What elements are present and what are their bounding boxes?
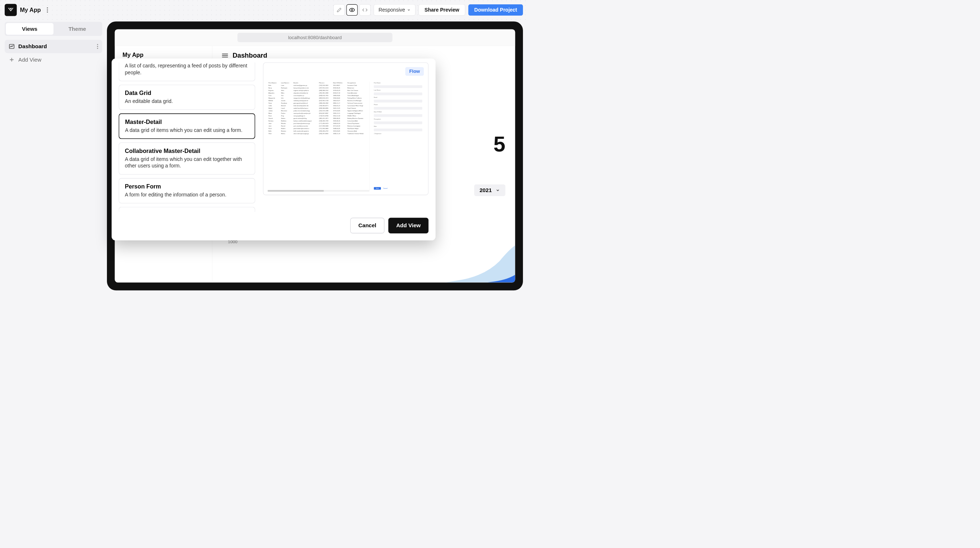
template-option-master-detail[interactable]: Master-Detail A data grid of items which… [119,113,255,139]
add-view-button[interactable]: Add View [5,53,102,66]
chevron-down-icon [496,188,500,193]
template-desc: A form for editing the information of a … [125,191,249,198]
flow-badge: Flow [405,67,424,76]
hamburger-icon[interactable] [222,54,228,57]
tab-theme[interactable]: Theme [54,23,101,35]
sidebar: Views Theme Dashboard Add View [0,20,107,295]
mini-scrollbar [268,190,369,191]
stat-number: 5 [494,132,506,156]
template-desc: A data grid of items which you can edit … [125,127,249,134]
svg-point-3 [351,9,353,11]
app-logo-dropdown[interactable] [5,4,17,16]
responsive-dropdown[interactable]: Responsive [374,4,415,16]
template-preview-panel: Flow First Name ▸Last Name ▸Email ▸Phone… [263,62,429,195]
sidebar-tabs: Views Theme [5,22,102,36]
mini-table: First Name ▸Last Name ▸Email ▸Phone ▸Dat… [268,81,370,190]
add-view-label: Add View [19,57,41,63]
preview-page-title: Dashboard [233,52,267,59]
svg-point-2 [47,11,48,13]
preview-mode-button[interactable] [347,4,358,16]
template-title: Data Grid [125,90,249,96]
modal-cancel-button[interactable]: Cancel [350,218,385,233]
app-name: My App [20,6,41,13]
url-bar: localhost:8080/dashboard [115,29,515,46]
top-toolbar: My App Responsive Share Preview Download… [0,0,528,20]
mini-master-detail: First Name ▸Last Name ▸Email ▸Phone ▸Dat… [268,81,424,190]
template-title: Person Form [125,183,249,190]
dashboard-icon [9,43,15,49]
plus-icon [9,57,15,63]
preview-app-title: My App [123,52,204,58]
chevron-down-icon [407,8,410,12]
add-view-modal: A list of cards, representing a feed of … [111,59,436,241]
template-option[interactable] [119,207,255,212]
chart-area [445,244,515,283]
template-title: Master-Detail [125,118,249,125]
modal-submit-button[interactable]: Add View [388,218,429,233]
template-desc: A list of cards, representing a feed of … [125,62,249,76]
share-preview-button[interactable]: Share Preview [418,4,465,16]
svg-point-7 [97,48,98,49]
responsive-label: Responsive [379,7,405,13]
template-option[interactable]: A list of cards, representing a feed of … [119,62,255,81]
template-list: A list of cards, representing a feed of … [119,62,255,212]
sidebar-item-label: Dashboard [19,43,47,49]
year-selector[interactable]: 2021 [474,185,505,196]
svg-point-5 [97,44,98,45]
edit-mode-button[interactable] [333,4,345,16]
svg-point-6 [97,46,98,47]
svg-point-1 [47,10,48,11]
template-title: Collaborative Master-Detail [125,148,249,154]
mini-form: First NameLast NameEmailPhoneDate Of Bir… [372,81,424,190]
year-value: 2021 [479,187,492,193]
template-option-data-grid[interactable]: Data Grid An editable data grid. [119,85,255,110]
download-project-button[interactable]: Download Project [468,4,523,16]
app-menu-button[interactable] [44,6,51,13]
template-option-person-form[interactable]: Person Form A form for editing the infor… [119,178,255,203]
template-option-collab-master-detail[interactable]: Collaborative Master-Detail A data grid … [119,142,255,174]
template-desc: An editable data grid. [125,98,249,105]
mode-toggle-group [333,4,371,16]
view-item-menu-button[interactable] [97,44,98,49]
template-desc: A data grid of items which you can edit … [125,156,249,170]
sidebar-item-dashboard[interactable]: Dashboard [5,40,102,53]
url-text: localhost:8080/dashboard [237,33,393,42]
svg-point-0 [47,7,48,8]
code-mode-button[interactable] [359,4,371,16]
tab-views[interactable]: Views [6,23,53,35]
